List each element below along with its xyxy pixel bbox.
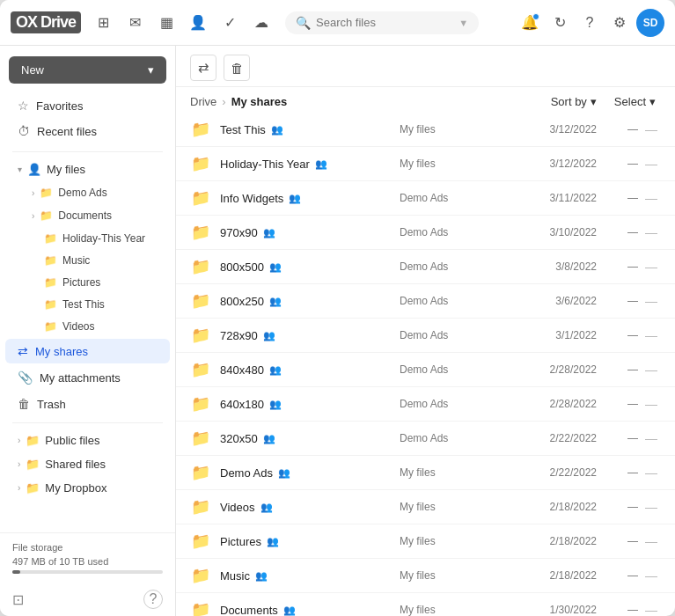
new-button[interactable]: New ▾: [9, 56, 166, 84]
file-menu-icon[interactable]: —: [642, 363, 661, 377]
file-menu-icon[interactable]: —: [642, 260, 661, 274]
sidebar-item-videos[interactable]: 📁 Videos: [18, 316, 170, 337]
file-row[interactable]: 📁 Info Widgets 👥 Demo Ads 3/11/2022 — —: [176, 181, 675, 216]
sidebar-item-favorites[interactable]: ☆ Favorites: [5, 93, 170, 118]
avatar[interactable]: SD: [636, 9, 664, 37]
notifications-icon[interactable]: 🔔: [517, 10, 543, 36]
search-dropdown-icon[interactable]: ▼: [459, 18, 468, 28]
file-row[interactable]: 📁 728x90 👥 Demo Ads 3/1/2022 — —: [176, 319, 675, 353]
file-row[interactable]: 📁 Test This 👥 My files 3/12/2022 — —: [176, 113, 675, 147]
search-input[interactable]: [316, 16, 453, 29]
sort-by-button[interactable]: Sort by ▾: [546, 92, 602, 111]
file-menu-icon[interactable]: —: [642, 534, 661, 548]
file-menu-icon[interactable]: —: [642, 191, 661, 205]
file-location: Demo Ads: [400, 260, 514, 273]
chevron-right-icon: ›: [32, 188, 34, 198]
divider-2: [12, 422, 163, 423]
sidebar-item-documents[interactable]: › 📁 Documents: [5, 205, 170, 226]
file-row[interactable]: 📁 Documents 👥 My files 1/30/2022 — —: [176, 593, 675, 616]
file-menu-icon[interactable]: —: [642, 603, 661, 616]
file-name: 840x480 👥: [220, 363, 396, 377]
file-row[interactable]: 📁 800x500 👥 Demo Ads 3/8/2022 — —: [176, 250, 675, 284]
help-sidebar-icon[interactable]: ?: [143, 590, 163, 609]
select-button[interactable]: Select ▾: [609, 92, 661, 111]
file-menu-icon[interactable]: —: [642, 431, 661, 445]
notif-dot: [532, 13, 539, 20]
file-date: 3/1/2022: [517, 329, 597, 341]
file-row[interactable]: 📁 320x50 👥 Demo Ads 2/22/2022 — —: [176, 422, 675, 456]
share-icon: 👥: [283, 605, 296, 616]
app-window: OX Drive ⊞ ✉ ▦ 👤 ✓ ☁ 🔍 ▼ 🔔 ↻ ? ⚙ SD New: [0, 0, 675, 616]
folder-icon: 📁: [190, 325, 211, 346]
settings-icon[interactable]: ⚙: [606, 10, 633, 36]
cloud-icon[interactable]: ☁: [248, 10, 275, 36]
file-row[interactable]: 📁 840x480 👥 Demo Ads 2/28/2022 — —: [176, 353, 675, 387]
file-name: Holiday-This Year 👥: [220, 158, 396, 171]
file-row[interactable]: 📁 Music 👥 My files 2/18/2022 — —: [176, 559, 675, 593]
file-menu-icon[interactable]: —: [642, 500, 661, 514]
file-row[interactable]: 📁 Holiday-This Year 👥 My files 3/12/2022…: [176, 147, 675, 181]
file-row[interactable]: 📁 Videos 👥 My files 2/18/2022 — —: [176, 490, 675, 524]
sidebar-item-recent-files[interactable]: ⏱ Recent files: [5, 119, 170, 143]
file-name: Test This 👥: [220, 123, 396, 136]
tasks-icon[interactable]: ✓: [216, 10, 243, 36]
help-icon[interactable]: ?: [576, 10, 603, 36]
expand-icon[interactable]: ⊡: [12, 591, 24, 608]
breadcrumb-separator: ›: [222, 95, 225, 108]
file-row[interactable]: 📁 Pictures 👥 My files 2/18/2022 — —: [176, 524, 675, 559]
calendar-icon[interactable]: ▦: [153, 10, 180, 36]
folder-icon: 📁: [190, 428, 211, 449]
file-menu-icon[interactable]: —: [642, 328, 661, 342]
file-location: My files: [400, 158, 514, 170]
logo[interactable]: OX Drive: [11, 11, 81, 33]
sidebar-item-test-this[interactable]: 📁 Test This: [18, 294, 170, 315]
file-row[interactable]: 📁 970x90 👥 Demo Ads 3/10/2022 — —: [176, 216, 675, 250]
folder-icon: 📁: [190, 393, 211, 414]
folder-icon: 📁: [190, 153, 211, 174]
file-menu-icon[interactable]: —: [642, 122, 661, 136]
sidebar-item-music[interactable]: 📁 Music: [18, 250, 170, 271]
content-area: ⇄ 🗑 Drive › My shares Sort by ▾: [176, 46, 675, 616]
file-row[interactable]: 📁 Demo Ads 👥 My files 2/22/2022 — —: [176, 456, 675, 490]
sidebar: New ▾ ☆ Favorites ⏱ Recent files ▾ 👤 My …: [0, 46, 176, 616]
breadcrumb-root[interactable]: Drive: [190, 95, 216, 108]
folder-icon: 📁: [190, 119, 211, 140]
folder-icon: 📁: [44, 298, 57, 311]
file-row[interactable]: 📁 640x180 👥 Demo Ads 2/28/2022 — —: [176, 387, 675, 422]
file-location: My files: [400, 501, 514, 513]
sort-chevron-icon: ▾: [591, 95, 597, 108]
sidebar-item-pictures[interactable]: 📁 Pictures: [18, 272, 170, 293]
file-menu-icon[interactable]: —: [642, 397, 661, 411]
main-layout: New ▾ ☆ Favorites ⏱ Recent files ▾ 👤 My …: [0, 46, 675, 616]
file-size: —: [600, 466, 638, 479]
grid-icon[interactable]: ⊞: [90, 10, 116, 36]
mail-icon[interactable]: ✉: [121, 10, 148, 36]
file-date: 1/30/2022: [517, 604, 597, 616]
refresh-icon[interactable]: ↻: [547, 10, 573, 36]
file-menu-icon[interactable]: —: [642, 294, 661, 308]
sidebar-item-demo-ads[interactable]: › 📁 Demo Ads: [5, 182, 170, 203]
file-menu-icon[interactable]: —: [642, 225, 661, 239]
contacts-icon[interactable]: 👤: [185, 10, 211, 36]
file-location: My files: [400, 604, 514, 616]
file-menu-icon[interactable]: —: [642, 568, 661, 583]
file-storage-section: File storage 497 MB of 10 TB used: [0, 532, 175, 583]
file-row[interactable]: 📁 800x250 👥 Demo Ads 3/6/2022 — —: [176, 284, 675, 319]
sidebar-item-my-files[interactable]: ▾ 👤 My files: [5, 158, 170, 180]
sidebar-item-shared-files[interactable]: › 📁 Shared files: [5, 453, 170, 475]
file-location: My files: [400, 569, 514, 582]
file-menu-icon[interactable]: —: [642, 157, 661, 171]
delete-toolbar-button[interactable]: 🗑: [224, 55, 250, 81]
sidebar-item-my-dropbox[interactable]: › 📁 My Dropbox: [5, 477, 170, 499]
file-size: —: [600, 226, 638, 238]
sidebar-item-my-shares[interactable]: ⇄ My shares: [5, 339, 170, 363]
sidebar-item-holiday-this-year[interactable]: 📁 Holiday-This Year: [18, 228, 170, 249]
file-menu-icon[interactable]: —: [642, 466, 661, 480]
file-size: —: [600, 260, 638, 273]
share-toolbar-button[interactable]: ⇄: [190, 55, 216, 81]
sidebar-item-trash[interactable]: 🗑 Trash: [5, 392, 170, 416]
sidebar-item-public-files[interactable]: › 📁 Public files: [5, 429, 170, 451]
file-size: —: [600, 158, 638, 170]
share-icon: 👥: [269, 364, 282, 376]
sidebar-item-my-attachments[interactable]: 📎 My attachments: [5, 365, 170, 390]
